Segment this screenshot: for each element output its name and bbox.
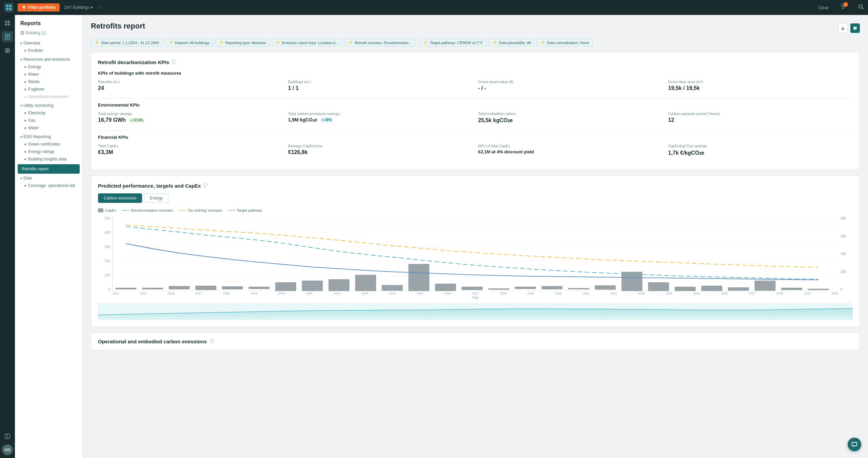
nav-item-coverage[interactable]: Coverage: operational dat	[15, 182, 82, 189]
nav-item-gas[interactable]: Gas	[15, 117, 82, 124]
filter-tag-normalisation[interactable]: ⚡Data normalisation: None	[537, 39, 593, 46]
sidebar-icon-grid[interactable]	[2, 18, 13, 28]
y-axis-right-0: 0	[841, 288, 843, 291]
bottom-section-header: Operational and embodied carbon emission…	[98, 338, 853, 344]
download-button[interactable]	[838, 23, 848, 33]
filter-settings-button[interactable]	[850, 23, 860, 33]
nav-item-green-certificates[interactable]: Green certificates	[15, 140, 82, 148]
svg-rect-53	[435, 284, 456, 291]
filter-tag-dataset[interactable]: ⚡Dataset: All buildings	[165, 39, 213, 46]
svg-rect-63	[701, 286, 722, 291]
nav-sidebar: Reports Building (1) ▾Overview Portfolio…	[15, 15, 83, 458]
search-button[interactable]	[858, 4, 864, 11]
svg-rect-44	[195, 286, 216, 290]
nav-item-water-util[interactable]: Water	[15, 124, 82, 132]
nav-item-building-insights[interactable]: Building insights data	[15, 155, 82, 163]
avatar[interactable]: OO	[2, 444, 13, 455]
svg-rect-55	[488, 288, 509, 290]
filters-bar: ⚡Start period: 1.1.2024 - 31.12.2050 ⚡Da…	[91, 39, 860, 46]
legend-target: Target pathway	[228, 208, 262, 212]
nav-section-esg-header[interactable]: ▾ESG Reporting	[15, 133, 82, 140]
kpi-grid-row1: Retrofits (nr.) 24 Buildings (nr.) 1 / 1…	[98, 80, 853, 91]
svg-rect-65	[754, 281, 775, 291]
svg-rect-3	[9, 8, 12, 10]
kpi-main-title: Retrofit decarbonization KPIs	[98, 59, 169, 65]
sidebar-icon-layers[interactable]	[2, 45, 13, 56]
y-axis-left-300: 300	[104, 245, 110, 249]
nav-section-resources-header[interactable]: ▾Resources and emissions	[15, 56, 82, 63]
kpi-card: Retrofit decarbonization KPIs ⓘ KPIs of …	[91, 52, 860, 170]
y-axis-right-600: 600	[841, 234, 846, 238]
carbon-emissions-card: Operational and embodied carbon emission…	[91, 332, 860, 350]
kpi-item-asset-value: Gross asset value (€) - / -	[478, 80, 663, 91]
kpi-payback: Carbon payback period (Years) 12	[668, 112, 853, 123]
svg-rect-49	[329, 279, 350, 291]
filter-tag-period[interactable]: ⚡Start period: 1.1.2024 - 31.12.2050	[91, 39, 163, 46]
tab-carbon-emissions[interactable]: Carbon emissions	[98, 193, 142, 203]
kpi-subtitle: KPIs of buildings with retrofit measures	[98, 71, 853, 76]
svg-rect-67	[808, 289, 829, 290]
clear-button[interactable]: Clear	[818, 5, 829, 10]
mini-chart	[98, 303, 853, 320]
nav-item-energy-ratings[interactable]: Energy ratings	[15, 148, 82, 155]
svg-rect-1	[9, 5, 12, 7]
svg-line-8	[862, 8, 863, 9]
svg-rect-17	[5, 49, 7, 50]
nav-item-water-res[interactable]: Water	[15, 71, 82, 78]
chart-legend: CapEx Decarbonisation scenario 'Do nothi…	[98, 208, 853, 212]
kpi-item-buildings: Buildings (nr.) 1 / 1	[288, 80, 473, 91]
kpi-total-capex: Total CapEx €3,3M	[98, 144, 283, 156]
buildings-selector[interactable]: 1/47 Buildings ▾	[64, 5, 93, 10]
sidebar-icon-reports[interactable]	[2, 31, 13, 42]
bottom-section-info-icon[interactable]: ⓘ	[210, 338, 214, 344]
nav-item-fugitives[interactable]: Fugitives	[15, 85, 82, 93]
nav-item-energy[interactable]: Energy	[15, 63, 82, 71]
svg-rect-23	[21, 32, 24, 34]
filter-badge: 1	[843, 2, 848, 7]
favorite-icon[interactable]: ☆	[97, 5, 101, 10]
nav-item-portfolio[interactable]: Portfolio	[15, 47, 82, 54]
nav-section-data-header[interactable]: ▾Data	[15, 174, 82, 182]
nav-item-retrofits-report[interactable]: Retrofits report	[18, 164, 80, 174]
filter-tag-scenario[interactable]: ⚡Retrofit scenario: Decarbonisatio...	[344, 39, 416, 46]
filter-portfolio-button[interactable]: Filter portfolio	[18, 3, 60, 12]
filter-count-icon[interactable]: 1	[840, 3, 847, 12]
svg-rect-50	[355, 275, 376, 291]
svg-rect-21	[5, 434, 10, 439]
x-axis-labels: 2024202520262027202820292030203120322033…	[112, 291, 839, 295]
svg-rect-18	[8, 49, 9, 50]
filter-tag-plausibility[interactable]: ⚡Data plausibility: All	[489, 39, 535, 46]
tab-energy[interactable]: Energy	[144, 193, 169, 203]
chat-button[interactable]	[848, 438, 861, 451]
nav-section-data: ▾Data Coverage: operational dat	[15, 174, 82, 189]
x-axis-title: Year	[112, 296, 839, 300]
svg-rect-11	[5, 23, 7, 25]
svg-point-28	[854, 27, 855, 28]
topbar: Filter portfolio 1/47 Buildings ▾ ☆ Clea…	[0, 0, 868, 15]
icon-sidebar: OO	[0, 15, 15, 458]
kpi-grid-row3: Total CapEx €3,3M Average CapEx/year €12…	[98, 144, 853, 156]
kpi-npv: NPV of total CapEx €2,1M at 4% discount …	[478, 144, 663, 156]
kpi-embodied-carbon: Total embodied carbon 25,5k kgCO₂e	[478, 112, 663, 123]
content-area: Retrofits report ⚡Start period: 1.1.2024…	[83, 15, 868, 458]
nav-item-waste[interactable]: Waste	[15, 78, 82, 85]
svg-rect-59	[595, 285, 616, 290]
svg-rect-54	[462, 287, 483, 290]
filter-tag-emission[interactable]: ⚡Emission report type: Location-b...	[272, 39, 342, 46]
kpi-capex-kg: CapEx/kgCO₂e savings 1,7k €/kgCO₂e	[668, 144, 853, 156]
chart-info-icon[interactable]: ⓘ	[203, 183, 208, 189]
svg-point-7	[859, 5, 862, 8]
kpi-info-icon[interactable]: ⓘ	[171, 59, 176, 65]
nav-section-overview-header[interactable]: ▾Overview	[15, 39, 82, 47]
sidebar-icon-panel[interactable]	[2, 431, 13, 442]
kpi-energy-savings: Total energy savings 16,79 GWh + 37,3%	[98, 112, 283, 123]
svg-rect-57	[541, 286, 563, 289]
filter-tag-pathway[interactable]: ⚡Target pathway: CRREM v2 2°C	[419, 39, 487, 46]
main-layout: OO Reports Building (1) ▾Overview Portfo…	[0, 15, 868, 458]
nav-item-electricity[interactable]: Electricity	[15, 109, 82, 117]
filter-tag-reporting[interactable]: ⚡Reporting type: Absolute	[215, 39, 270, 46]
kpi-avg-capex: Average CapEx/year €126,8k	[288, 144, 473, 156]
svg-rect-10	[8, 21, 10, 23]
nav-section-utility-header[interactable]: ▾Utility monitoring	[15, 102, 82, 109]
svg-rect-45	[222, 286, 243, 289]
